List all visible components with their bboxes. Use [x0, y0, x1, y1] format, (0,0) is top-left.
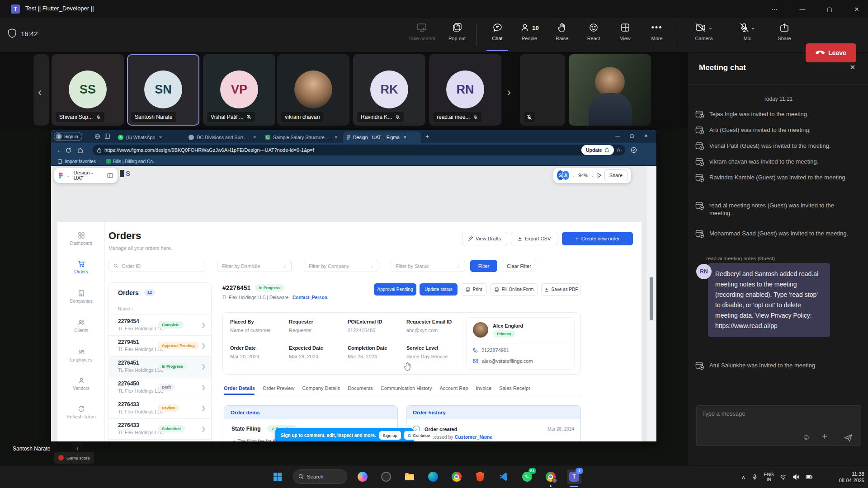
- taskbar-chrome-profile-icon[interactable]: [543, 469, 558, 484]
- leave-button[interactable]: Leave: [806, 43, 856, 62]
- copilot-icon[interactable]: [641, 145, 649, 154]
- tab-order-details[interactable]: Order Details: [224, 385, 255, 391]
- participant-tile-active-speaker[interactable]: SN Santosh Narate: [127, 54, 199, 126]
- taskbar-edge-icon[interactable]: [426, 469, 440, 484]
- window-minimize-button[interactable]: —: [792, 0, 813, 18]
- order-row[interactable]: 2276450TL Flex Holdings LLC Draft❯: [109, 377, 211, 398]
- tab-salary-sheet[interactable]: Sample Salary Structure with calc ✕: [262, 131, 341, 143]
- order-row[interactable]: 2276433TL Flex Holdings LLC Review❯: [109, 398, 211, 418]
- tab-invoice[interactable]: Invoice: [476, 385, 491, 391]
- new-tab-icon[interactable]: +: [425, 133, 429, 140]
- start-button[interactable]: [270, 469, 285, 484]
- emoji-icon[interactable]: ☺: [802, 433, 810, 442]
- taskbar-copilot-icon[interactable]: [355, 469, 370, 484]
- address-bar[interactable]: https://www.figma.com/design/9BKQ0FOHRWa…: [93, 145, 625, 155]
- filter-status-select[interactable]: Filter by Status⌄: [391, 260, 465, 272]
- save-as-pdf-button[interactable]: Save as PDF: [541, 283, 581, 296]
- window-overflow-button[interactable]: ⋯: [764, 0, 785, 18]
- browser-close-icon[interactable]: ✕: [644, 133, 648, 138]
- layout-panel-icon[interactable]: [107, 173, 113, 178]
- figma-file-menu[interactable]: ⌄ Design - UAT: [54, 168, 118, 183]
- tab-figma-active[interactable]: Design - UAT – Figma ✕: [343, 131, 421, 143]
- taskbar-brave-icon[interactable]: [473, 469, 487, 484]
- chat-close-icon[interactable]: ✕: [849, 63, 855, 71]
- present-icon[interactable]: [597, 173, 602, 178]
- vertical-tabs-icon[interactable]: [104, 133, 110, 139]
- contact-person-link[interactable]: Contact_Person.: [292, 295, 328, 300]
- order-id-search[interactable]: Order ID: [108, 260, 204, 272]
- browser-scrollbar-thumb[interactable]: [650, 277, 653, 320]
- view-drafts-button[interactable]: View Drafts: [462, 232, 507, 245]
- approval-pending-button[interactable]: Approval Pending: [374, 283, 416, 296]
- language-indicator[interactable]: ENGIN: [764, 472, 774, 482]
- column-header-name[interactable]: Name ↓: [118, 306, 133, 311]
- scroll-right-icon[interactable]: ›: [507, 86, 511, 99]
- taskbar-vscode-icon[interactable]: [496, 469, 511, 484]
- tab-close-icon[interactable]: ✕: [403, 135, 407, 140]
- window-close-button[interactable]: ✕: [846, 0, 867, 18]
- more-button[interactable]: ••• More: [642, 22, 672, 50]
- pop-out-button[interactable]: Pop out: [442, 22, 472, 50]
- figma-share-button[interactable]: Share: [604, 169, 627, 181]
- participant-tile[interactable]: RK Ravindra K...: [353, 54, 425, 126]
- sidebar-item-companies[interactable]: Companies: [57, 290, 105, 304]
- camera-button[interactable]: ⌄ Camera: [684, 22, 724, 50]
- tab-close-icon[interactable]: ✕: [253, 135, 256, 140]
- sync-icon[interactable]: [631, 147, 637, 153]
- export-csv-button[interactable]: Export CSV: [511, 232, 557, 245]
- filter-domicile-select[interactable]: Filter by Domicile⌄: [217, 260, 292, 272]
- participant-tile[interactable]: SS Shivani Sup...: [52, 54, 124, 126]
- tab-whatsapp[interactable]: (6) WhatsApp ✕: [114, 131, 183, 143]
- sidebar-item-orders[interactable]: Orders: [57, 260, 105, 274]
- tab-communication-history[interactable]: Communication History: [381, 385, 432, 391]
- refresh-icon[interactable]: [66, 147, 77, 153]
- tab-company-details[interactable]: Company Details: [302, 385, 340, 391]
- workspaces-icon[interactable]: [94, 133, 100, 139]
- update-browser-button[interactable]: Update: [581, 145, 614, 155]
- customer-name-link[interactable]: Customer_Name: [455, 434, 492, 440]
- wifi-icon[interactable]: [780, 474, 787, 480]
- print-button[interactable]: Print: [461, 283, 487, 296]
- sidebar-item-dashboard[interactable]: Dashboard: [57, 232, 105, 246]
- back-icon[interactable]: ←: [54, 147, 66, 154]
- browser-menu-dots-icon[interactable]: ⋯: [617, 147, 623, 153]
- participant-tile-video[interactable]: [569, 54, 651, 126]
- chat-button[interactable]: Chat: [482, 22, 512, 50]
- sidebar-item-vendors[interactable]: Vendors: [57, 377, 105, 391]
- react-button[interactable]: React: [579, 22, 609, 50]
- taskbar-dark-app-icon[interactable]: [379, 469, 393, 484]
- tab-close-icon[interactable]: ✕: [159, 135, 162, 140]
- attach-plus-icon[interactable]: +: [822, 432, 827, 442]
- tab-documents[interactable]: Documents: [348, 385, 373, 391]
- taskbar-file-explorer-icon[interactable]: [402, 469, 417, 484]
- participant-tile[interactable]: VP Vishal Patil ...: [203, 54, 275, 126]
- order-row-selected[interactable]: 2276451TL Flex Holdings LLC In Progress❯: [109, 356, 211, 377]
- bookmark-bills[interactable]: Bills | Billing and Co...: [106, 159, 157, 164]
- mic-button[interactable]: ⌄ Mic: [727, 22, 768, 50]
- chat-input-box[interactable]: ☺ +: [696, 405, 861, 446]
- raise-hand-button[interactable]: Raise: [547, 22, 577, 50]
- signup-button[interactable]: Sign up: [379, 431, 401, 440]
- order-row[interactable]: 2216433TL Flex Holdings LLC Created❯: [109, 439, 211, 441]
- tab-order-preview[interactable]: Order Preview: [263, 385, 294, 391]
- contact-phone[interactable]: 2123874901: [473, 347, 509, 353]
- tray-mic-icon[interactable]: [752, 474, 758, 480]
- chat-message-input[interactable]: [702, 410, 847, 417]
- update-status-button[interactable]: Update status: [420, 283, 458, 296]
- browser-profile-button[interactable]: Sign in: [54, 132, 82, 141]
- share-button[interactable]: Share: [769, 22, 799, 50]
- battery-icon[interactable]: [806, 475, 813, 479]
- camera-options-chevron[interactable]: ⌄: [708, 24, 712, 31]
- taskbar-search[interactable]: [293, 469, 347, 484]
- game-score-widget[interactable]: Game score: [54, 452, 94, 464]
- zoom-level[interactable]: 94%: [578, 173, 588, 178]
- tab-dc-divisions[interactable]: DC Divisions and Surroundings ✕: [185, 131, 260, 143]
- order-row[interactable]: 2276433TL Flex Holdings LLC Submitted❯: [109, 418, 211, 439]
- filter-button[interactable]: Filter: [470, 260, 497, 272]
- collaborator-avatar[interactable]: A: [562, 170, 569, 180]
- filter-company-select[interactable]: Filter by Company⌄: [304, 260, 378, 272]
- send-icon[interactable]: [844, 434, 853, 442]
- browser-minimize-icon[interactable]: —: [615, 133, 620, 138]
- bookmark-import-favorites[interactable]: Import favorites: [57, 159, 96, 164]
- tab-sales-receipt[interactable]: Sales Receipt: [499, 385, 530, 391]
